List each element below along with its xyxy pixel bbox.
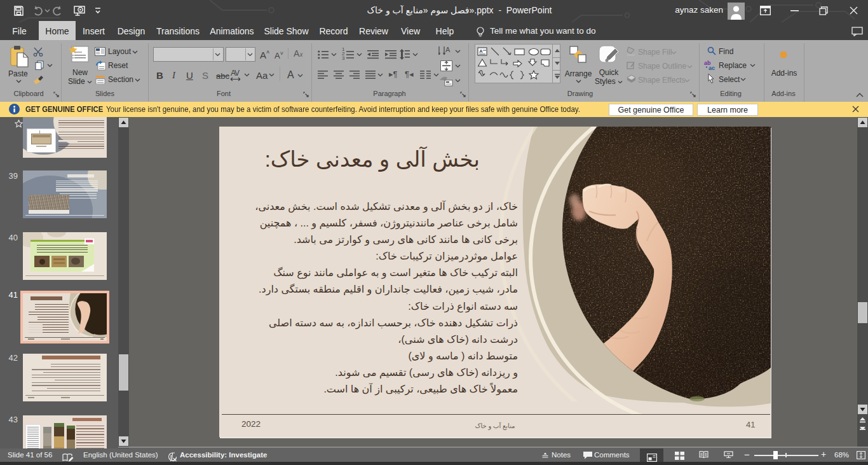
svg-text:A: A: [479, 48, 483, 54]
svg-text:A: A: [445, 46, 451, 53]
svg-text:ac: ac: [709, 65, 715, 71]
